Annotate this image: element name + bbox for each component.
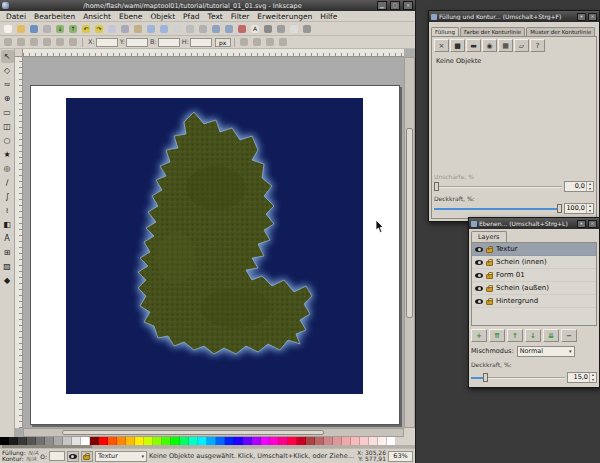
palette-swatch[interactable] xyxy=(18,437,27,445)
palette-swatch[interactable] xyxy=(9,437,18,445)
redo-icon[interactable]: ↷ xyxy=(93,23,105,35)
selector-tool[interactable]: ↖ xyxy=(1,50,14,63)
palette-swatch[interactable] xyxy=(189,437,198,445)
ellipse-tool[interactable]: ○ xyxy=(1,134,14,147)
align-dialog-icon[interactable] xyxy=(275,23,287,35)
palette-swatch[interactable] xyxy=(297,437,306,445)
visibility-icon[interactable] xyxy=(475,247,483,252)
node-tool[interactable]: ◇ xyxy=(1,64,14,77)
flip-horizontal-icon[interactable] xyxy=(54,36,66,48)
lock-icon[interactable] xyxy=(486,274,493,279)
zoom-input[interactable]: 63% xyxy=(388,451,413,462)
lock-icon[interactable] xyxy=(486,300,493,305)
paintbucket-tool[interactable]: ◧ xyxy=(1,218,14,231)
menu-item[interactable]: Objekt xyxy=(146,12,179,21)
palette-swatch[interactable] xyxy=(252,437,261,445)
coordinate-input[interactable] xyxy=(158,38,180,47)
spiral-tool[interactable]: ◎ xyxy=(1,162,14,175)
affect-move-icon[interactable] xyxy=(238,36,250,48)
lower-layer-bottom-button[interactable]: ⇊ xyxy=(543,329,559,342)
horizontal-ruler[interactable] xyxy=(23,49,404,57)
affect-corners-icon[interactable] xyxy=(251,36,263,48)
palette-swatch[interactable] xyxy=(225,437,234,445)
paint-flat-button[interactable]: ■ xyxy=(450,39,465,52)
print-icon[interactable] xyxy=(41,23,53,35)
blend-mode-select[interactable]: Normal ▾ xyxy=(517,346,575,357)
opacity-slider[interactable] xyxy=(434,204,562,213)
cut-icon[interactable] xyxy=(119,23,131,35)
gradient-tool[interactable]: ▨ xyxy=(1,260,14,273)
zoom-page-icon[interactable] xyxy=(158,23,170,35)
layers-dock-tab[interactable]: Layers xyxy=(471,231,507,242)
palette-swatch[interactable] xyxy=(360,437,369,445)
layers-dialog-titlebar[interactable]: Ebenen... (Umschalt+Strg+L) ▾ × xyxy=(469,218,599,229)
palette-swatch[interactable] xyxy=(108,437,117,445)
affect-gradient-icon[interactable] xyxy=(264,36,276,48)
palette-swatch[interactable] xyxy=(342,437,351,445)
dropper-tool[interactable]: ◆ xyxy=(1,274,14,287)
paint-linear-gradient-button[interactable]: ▬ xyxy=(466,39,481,52)
tab[interactable]: Farbe der Konturlinie xyxy=(460,27,525,36)
palette-swatch[interactable] xyxy=(270,437,279,445)
box3d-tool[interactable]: ◫ xyxy=(1,120,14,133)
layer-visibility-toggle[interactable] xyxy=(67,451,79,462)
export-icon[interactable]: ↑ xyxy=(67,23,79,35)
vertical-scrollbar[interactable] xyxy=(404,57,415,428)
lock-icon[interactable] xyxy=(486,248,493,253)
palette-swatch[interactable] xyxy=(180,437,189,445)
text-tool[interactable]: A xyxy=(1,232,14,245)
coordinate-input[interactable] xyxy=(96,38,118,47)
visibility-icon[interactable] xyxy=(475,286,483,291)
preferences-icon[interactable] xyxy=(301,23,313,35)
spin-arrows[interactable]: ▴▾ xyxy=(586,182,593,191)
tab[interactable]: Muster der Konturlinie xyxy=(526,27,595,36)
new-layer-button[interactable]: + xyxy=(471,329,487,342)
opacity-input[interactable] xyxy=(49,451,65,461)
layer-row[interactable]: Schein (außen) xyxy=(472,282,596,295)
palette-swatch[interactable] xyxy=(333,437,342,445)
maximize-button[interactable]: ▢ xyxy=(390,1,400,10)
select-all-icon[interactable] xyxy=(2,36,14,48)
fill-stroke-dialog-icon[interactable] xyxy=(236,23,248,35)
palette-swatch[interactable] xyxy=(63,437,72,445)
horizontal-scrollbar[interactable] xyxy=(23,428,404,437)
paint-none-button[interactable]: × xyxy=(434,39,449,52)
layer-lock-toggle[interactable] xyxy=(81,451,93,462)
shade-button[interactable]: ▾ xyxy=(577,13,586,21)
xml-editor-icon[interactable] xyxy=(262,23,274,35)
text-dialog-icon[interactable]: A xyxy=(249,23,261,35)
rotate-cw-icon[interactable] xyxy=(41,36,53,48)
raise-layer-top-button[interactable]: ⇈ xyxy=(489,329,505,342)
close-button[interactable]: × xyxy=(403,1,413,10)
rectangle-tool[interactable]: ▭ xyxy=(1,106,14,119)
palette-swatch[interactable] xyxy=(153,437,162,445)
current-layer-select[interactable]: Textur ▾ xyxy=(95,451,147,462)
calligraphy-tool[interactable]: ≀ xyxy=(1,204,14,217)
select-all-layers-icon[interactable] xyxy=(15,36,27,48)
clone-icon[interactable] xyxy=(184,23,196,35)
lock-icon[interactable] xyxy=(486,261,493,266)
tab[interactable]: Füllung xyxy=(431,27,459,36)
unlink-clone-icon[interactable] xyxy=(197,23,209,35)
palette-swatch[interactable] xyxy=(207,437,216,445)
menu-item[interactable]: Erweiterungen xyxy=(253,12,316,21)
open-document-icon[interactable] xyxy=(15,23,27,35)
group-icon[interactable] xyxy=(210,23,222,35)
paint-pattern-button[interactable]: ▦ xyxy=(498,39,513,52)
import-icon[interactable]: ↓ xyxy=(54,23,66,35)
palette-swatch[interactable] xyxy=(243,437,252,445)
zoom-drawing-icon[interactable] xyxy=(145,23,157,35)
rotate-ccw-icon[interactable] xyxy=(28,36,40,48)
pencil-tool[interactable]: ∕ xyxy=(1,176,14,189)
menu-item[interactable]: Hilfe xyxy=(316,12,341,21)
layer-row[interactable]: Schein (innen) xyxy=(472,256,596,269)
coordinate-input[interactable] xyxy=(190,38,212,47)
palette-swatch[interactable] xyxy=(72,437,81,445)
menu-item[interactable]: Pfad xyxy=(179,12,204,21)
drawing-canvas[interactable] xyxy=(23,57,404,428)
palette-swatch[interactable] xyxy=(288,437,297,445)
palette-swatch[interactable] xyxy=(315,437,324,445)
palette-swatch[interactable] xyxy=(90,437,99,445)
menu-item[interactable]: Filter xyxy=(227,12,254,21)
close-button[interactable]: × xyxy=(588,220,597,228)
